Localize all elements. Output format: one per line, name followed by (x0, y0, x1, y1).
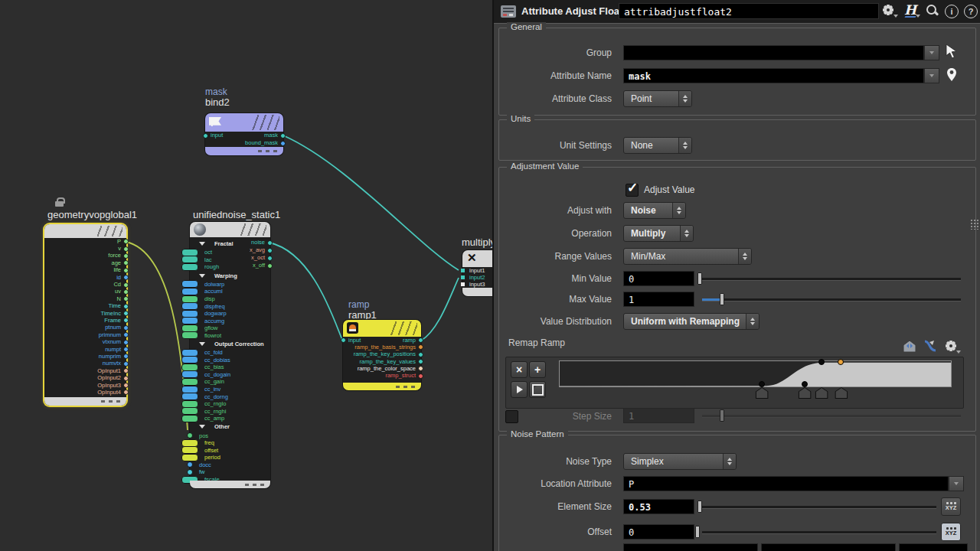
element-size-input[interactable]: 0.53 (623, 499, 694, 514)
node-port[interactable]: cc_inv (190, 386, 270, 393)
port-pill[interactable] (181, 280, 198, 288)
node-port[interactable]: disp (190, 295, 270, 303)
ramp-point-handle[interactable] (815, 387, 828, 399)
port-pill[interactable] (181, 324, 198, 332)
node-port[interactable]: cc_dogain (190, 371, 270, 379)
ramp-gear-icon[interactable] (944, 339, 958, 356)
node-port[interactable]: id (44, 274, 126, 281)
node-port[interactable]: v (44, 245, 126, 252)
ramp-scope-button[interactable] (529, 381, 546, 398)
element-size-slider[interactable] (702, 506, 936, 509)
port-dot[interactable] (461, 269, 465, 272)
node-port[interactable]: ramp_the_color_space (343, 365, 421, 372)
node-port[interactable]: flowrot (190, 331, 270, 339)
location-pin-icon[interactable] (946, 67, 957, 83)
port-dot[interactable] (267, 248, 273, 253)
port-pill[interactable] (181, 370, 198, 378)
node-port[interactable]: life (44, 267, 126, 274)
port-pill[interactable] (181, 415, 198, 422)
port-dot[interactable] (280, 133, 286, 139)
ramp-preset-flip-icon[interactable] (902, 340, 917, 353)
node-port[interactable]: ptnum (44, 324, 126, 331)
offset-z-input[interactable] (899, 543, 968, 551)
node-port[interactable]: OpInput4 (44, 389, 126, 396)
port-dot[interactable] (280, 141, 286, 146)
port-dot[interactable] (123, 347, 129, 352)
min-value-slider[interactable] (702, 278, 961, 281)
element-size-xyz-button[interactable]: XYZ (941, 497, 961, 516)
port-dot[interactable] (123, 383, 129, 388)
node-bind2[interactable]: input mask bound_mask (205, 113, 283, 155)
port-pill[interactable] (181, 310, 198, 318)
node-port[interactable]: Cd (44, 281, 126, 288)
node-port[interactable]: Frame (44, 317, 126, 324)
node-geometryvopglobal1[interactable]: P v force age life id (44, 224, 126, 406)
node-port[interactable]: numprim (44, 353, 126, 360)
step-size-input[interactable]: 1 (623, 408, 694, 423)
search-icon[interactable] (925, 3, 942, 20)
node-port[interactable]: accumg (190, 317, 270, 324)
node-port[interactable]: OpInput2 (44, 374, 126, 381)
node-port[interactable]: dispfreq (190, 302, 270, 310)
node-port[interactable]: docc (190, 461, 270, 469)
port-pill[interactable] (181, 378, 198, 386)
port-dot[interactable] (187, 432, 193, 439)
node-port[interactable]: OpInput3 (44, 382, 126, 389)
ramp-point[interactable] (759, 381, 765, 387)
node-port[interactable]: ramp_the_basis_strings (343, 344, 421, 350)
node-port[interactable]: age (44, 259, 126, 266)
node-port[interactable]: OpInput1 (44, 367, 126, 374)
port-pill[interactable] (181, 407, 198, 415)
ramp-point[interactable] (818, 359, 825, 365)
node-port[interactable]: cc_gain (190, 378, 270, 386)
port-dot[interactable] (123, 376, 129, 381)
node-port[interactable]: N (44, 295, 126, 302)
port-pill[interactable] (181, 317, 198, 324)
node-port[interactable]: x_oct (190, 254, 270, 262)
noise-type-select[interactable]: Simplex (623, 453, 737, 470)
port-pill[interactable] (181, 446, 198, 454)
node-port[interactable]: cc_dorng (190, 393, 270, 400)
location-attribute-dropdown-button[interactable] (949, 476, 964, 491)
ramp-curve-canvas[interactable] (559, 360, 952, 387)
port-pill[interactable] (181, 454, 198, 461)
offset-y-input[interactable] (761, 543, 896, 551)
element-size-slider-handle[interactable] (697, 500, 702, 513)
node-port[interactable]: gflow (190, 324, 270, 332)
node-port[interactable]: offset (190, 447, 270, 455)
ramp-point-handle[interactable] (835, 387, 848, 399)
node-port[interactable]: Warping (190, 271, 270, 281)
node-unifiednoise-static1[interactable]: Fractal oct lac rough (190, 222, 270, 488)
node-port[interactable]: freq (190, 439, 270, 447)
offset-slider[interactable] (702, 531, 936, 534)
node-port[interactable]: primnum (44, 331, 126, 338)
port-dot[interactable] (123, 361, 129, 367)
node-port[interactable]: cc_bias (190, 364, 270, 371)
group-collapse-icon[interactable] (199, 274, 205, 278)
port-pill[interactable] (181, 349, 198, 357)
node-port[interactable]: Output Correction (190, 339, 270, 349)
max-value-slider[interactable] (702, 298, 961, 302)
pane-resize-grip[interactable] (970, 219, 979, 230)
ramp-point-handle[interactable] (756, 387, 769, 399)
attribute-class-select[interactable]: Point (623, 90, 692, 107)
select-arrow-icon[interactable] (945, 44, 959, 59)
node-port[interactable]: dogwarp (190, 310, 270, 318)
ramp-play-button[interactable] (511, 381, 528, 398)
ramp-add-point-button[interactable]: + (529, 361, 546, 378)
node-port[interactable]: accuml (190, 288, 270, 295)
node-port[interactable]: ramp_struct (343, 372, 421, 379)
node-port[interactable]: uv (44, 289, 126, 295)
node-port[interactable]: cc_rnglo (190, 400, 270, 408)
port-dot[interactable] (123, 268, 129, 273)
port-dot[interactable] (203, 133, 208, 139)
port-dot[interactable] (418, 352, 423, 357)
port-pill[interactable] (181, 386, 198, 393)
attribute-name-input[interactable]: mask (623, 68, 924, 83)
unit-settings-select[interactable]: None (623, 137, 692, 154)
location-attribute-input[interactable]: P (623, 476, 949, 491)
port-dot[interactable] (123, 304, 129, 309)
offset-slider-handle[interactable] (695, 526, 700, 538)
min-value-input[interactable]: 0 (623, 271, 694, 286)
port-pill[interactable] (181, 364, 198, 371)
